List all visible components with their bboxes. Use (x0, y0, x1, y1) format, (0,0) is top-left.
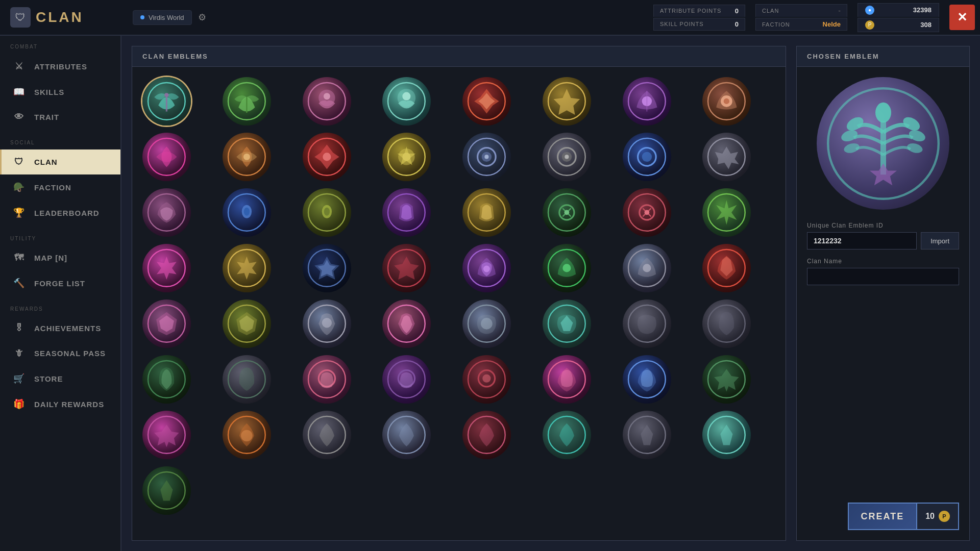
emblem-54[interactable] (543, 411, 591, 459)
emblem-id-input[interactable] (807, 232, 917, 249)
rewards-section: REWARDS 🎖 ACHIEVEMENTS 🗡 SEASONAL PASS 🛒… (0, 298, 120, 419)
store-icon: 🛒 (12, 373, 26, 384)
emblem-40[interactable] (702, 299, 751, 348)
sidebar-item-seasonal[interactable]: 🗡 SEASONAL PASS (0, 341, 120, 366)
emblem-2[interactable] (223, 77, 271, 126)
emblem-38[interactable] (543, 299, 591, 348)
emblem-46[interactable] (543, 355, 591, 404)
emblem-33[interactable] (142, 299, 191, 348)
clan-name-input[interactable] (807, 268, 959, 285)
emblem-44[interactable] (382, 355, 431, 404)
svg-point-5 (324, 93, 330, 99)
emblem-26[interactable] (223, 244, 271, 292)
emblem-43[interactable] (303, 355, 351, 404)
emblem-42[interactable] (223, 355, 271, 404)
emblem-4[interactable] (382, 77, 431, 126)
emblem-11[interactable] (303, 133, 351, 181)
svg-point-56 (644, 210, 649, 215)
emblem-56[interactable] (702, 411, 751, 459)
emblem-34[interactable] (223, 299, 271, 348)
store-label: STORE (34, 374, 63, 383)
emblem-29[interactable] (462, 244, 511, 292)
emblem-57[interactable] (142, 466, 191, 515)
svg-marker-11 (478, 93, 495, 109)
emblem-18[interactable] (223, 188, 271, 237)
sidebar-item-faction[interactable]: 🪖 FACTION (0, 174, 120, 200)
sidebar-item-trait[interactable]: 👁 TRAIT (0, 105, 120, 130)
emblem-15[interactable] (623, 133, 671, 181)
emblem-49[interactable] (142, 411, 191, 459)
emblem-39[interactable] (623, 299, 671, 348)
svg-point-8 (403, 92, 411, 101)
sidebar-item-store[interactable]: 🛒 STORE (0, 366, 120, 391)
clan-icon: 🛡 (12, 157, 26, 167)
svg-marker-121 (869, 163, 896, 185)
emblem-16[interactable] (702, 133, 751, 181)
sidebar-item-skills[interactable]: 📖 SKILLS (0, 79, 120, 105)
emblem-13[interactable] (462, 133, 511, 181)
close-button[interactable]: ✕ (949, 5, 975, 30)
emblem-19[interactable] (303, 188, 351, 237)
settings-button[interactable]: ⚙ (195, 9, 209, 26)
emblem-23[interactable] (623, 188, 671, 237)
emblem-28[interactable] (382, 244, 431, 292)
emblem-10[interactable] (223, 133, 271, 181)
emblem-9[interactable] (142, 133, 191, 181)
emblem-52[interactable] (382, 411, 431, 459)
sidebar-item-achievements[interactable]: 🎖 ACHIEVEMENTS (0, 316, 120, 341)
svg-point-1 (164, 93, 168, 97)
chosen-panel: CHOSEN EMBLEM (796, 46, 970, 541)
emblem-20[interactable] (382, 188, 431, 237)
daily-label: DAILY REWARDS (34, 400, 104, 409)
sidebar-item-clan[interactable]: 🛡 CLAN (0, 149, 120, 174)
skill-points-value: 0 (735, 20, 739, 28)
emblem-17[interactable] (142, 188, 191, 237)
emblem-48[interactable] (702, 355, 751, 404)
emblem-3[interactable] (303, 77, 351, 126)
create-clan-button[interactable]: CREATE 10 P (848, 503, 959, 530)
sidebar-item-daily[interactable]: 🎁 DAILY REWARDS (0, 391, 120, 417)
emblem-27[interactable] (303, 244, 351, 292)
emblem-24[interactable] (702, 188, 751, 237)
emblem-22[interactable] (543, 188, 591, 237)
leaderboard-label: LEADERBOARD (34, 209, 100, 217)
emblem-37[interactable] (462, 299, 511, 348)
svg-point-116 (843, 141, 860, 154)
emblem-5[interactable] (462, 77, 511, 126)
emblem-32[interactable] (702, 244, 751, 292)
currency2-row: P 308 (857, 18, 939, 32)
emblem-6[interactable] (543, 77, 591, 126)
emblem-50[interactable] (223, 411, 271, 459)
emblem-35[interactable] (303, 299, 351, 348)
emblem-30[interactable] (543, 244, 591, 292)
emblem-12[interactable] (382, 133, 431, 181)
emblem-36[interactable] (382, 299, 431, 348)
emblem-31[interactable] (623, 244, 671, 292)
currency1-row: ● 32398 (857, 3, 939, 17)
create-label: CREATE (849, 504, 917, 529)
emblem-55[interactable] (623, 411, 671, 459)
svg-point-21 (243, 154, 250, 160)
tab-world[interactable]: Virdis World (133, 10, 192, 25)
emblem-1[interactable] (142, 77, 191, 126)
svg-marker-109 (721, 424, 733, 445)
emblem-21[interactable] (462, 188, 511, 237)
import-button[interactable]: Import (921, 232, 959, 249)
emblem-45[interactable] (462, 355, 511, 404)
sidebar-item-forge[interactable]: 🔨 FORGE LIST (0, 270, 120, 296)
emblem-25[interactable] (142, 244, 191, 292)
emblem-14[interactable] (543, 133, 591, 181)
sidebar-item-leaderboard[interactable]: 🏆 LEADERBOARD (0, 200, 120, 226)
emblem-47[interactable] (623, 355, 671, 404)
emblem-53[interactable] (462, 411, 511, 459)
sidebar-item-attributes[interactable]: ⚔ ATTRIBUTES (0, 54, 120, 79)
emblem-41[interactable] (142, 355, 191, 404)
seasonal-icon: 🗡 (12, 348, 26, 359)
emblem-8[interactable] (702, 77, 751, 126)
emblem-51[interactable] (303, 411, 351, 459)
sidebar-item-map[interactable]: 🗺 MAP [N] (0, 245, 120, 270)
emblem-7[interactable] (623, 77, 671, 126)
attributes-label: ATTRIBUTES (34, 62, 87, 71)
svg-point-45 (244, 208, 250, 216)
emblems-grid-container[interactable] (132, 67, 786, 540)
